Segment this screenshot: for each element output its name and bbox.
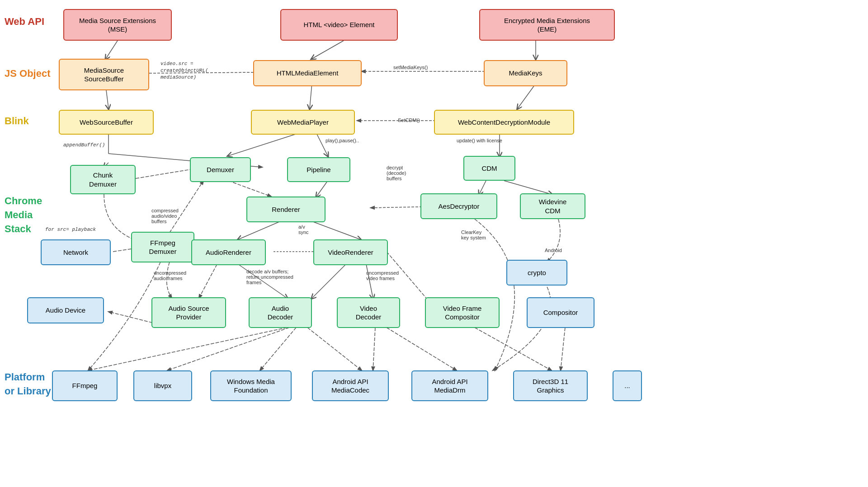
ann-media-source: mediaSource) — [160, 75, 196, 80]
ann-uncompressed-audio: uncompressedaudio frames — [154, 270, 186, 281]
box-compositor: Compositor — [527, 297, 594, 328]
box-windows-media-foundation: Windows MediaFoundation — [210, 370, 292, 401]
svg-line-29 — [366, 264, 373, 298]
box-mediasource-sourcebuffer: MediaSourceSourceBuffer — [59, 59, 149, 90]
box-android-mediacodec: Android APIMediaCodec — [312, 370, 389, 401]
label-web-api: Web API — [5, 16, 44, 28]
box-eme: Encrypted Media Extensions(EME) — [479, 9, 615, 41]
svg-line-37 — [387, 328, 457, 370]
svg-line-25 — [170, 181, 203, 233]
ann-clearkey: ClearKeykey system — [461, 229, 486, 240]
svg-line-12 — [228, 133, 298, 156]
box-webcontentdecryptionmodule: WebContentDecryptionModule — [434, 110, 574, 135]
ann-decrypt: decrypt(decode)buffers — [387, 165, 406, 181]
svg-line-22 — [312, 221, 360, 239]
ann-video-src: video.src = — [160, 61, 193, 66]
svg-line-28 — [312, 264, 346, 298]
box-video-decoder: VideoDecoder — [337, 297, 400, 328]
box-chunk-demuxer: ChunkDemuxer — [70, 165, 136, 194]
label-js-object: JS Object — [5, 68, 50, 80]
ann-append-buffer: appendBuffer() — [63, 142, 105, 148]
svg-line-35 — [307, 328, 362, 370]
svg-line-21 — [238, 221, 280, 239]
box-direct3d: Direct3D 11Graphics — [513, 370, 588, 401]
svg-line-6 — [518, 84, 536, 108]
svg-line-17 — [504, 181, 552, 194]
box-cdm: CDM — [463, 156, 515, 181]
box-audio-renderer: AudioRenderer — [191, 239, 266, 265]
box-renderer: Renderer — [246, 197, 326, 222]
ann-for-src: for src= playback — [45, 227, 96, 232]
svg-line-7 — [106, 90, 108, 108]
box-audio-decoder: AudioDecoder — [249, 297, 312, 328]
svg-line-39 — [561, 328, 565, 370]
svg-line-32 — [88, 328, 287, 370]
box-ffmpeg: FFmpeg — [52, 370, 118, 401]
ann-set-cdm: SetCDM() — [398, 117, 420, 123]
svg-line-14 — [316, 181, 328, 197]
svg-line-5 — [310, 84, 312, 108]
box-video-frame-compositor: Video FrameCompositor — [425, 297, 500, 328]
box-network: Network — [41, 239, 111, 265]
svg-line-34 — [260, 328, 296, 370]
ann-set-media-keys: setMediaKeys() — [393, 65, 428, 70]
box-dots: ... — [613, 370, 642, 401]
diagram-container: Web API JS Object Blink ChromeMediaStack… — [0, 0, 868, 487]
svg-line-1 — [312, 41, 344, 59]
box-websourcebuffer: WebSourceBuffer — [59, 110, 154, 135]
svg-line-38 — [475, 328, 552, 370]
label-chrome-media-stack: ChromeMediaStack — [5, 194, 42, 236]
box-pipeline: Pipeline — [287, 157, 350, 182]
ann-android: Android — [545, 248, 562, 253]
box-mediakeys: MediaKeys — [484, 60, 567, 86]
svg-line-0 — [106, 41, 118, 59]
svg-line-36 — [373, 328, 375, 370]
box-android-mediadrm: Android APIMediaDrm — [411, 370, 488, 401]
box-mse: Media Source Extensions(MSE) — [63, 9, 172, 41]
box-aesdecryptor: AesDecryptor — [420, 193, 497, 219]
svg-line-20 — [136, 168, 199, 178]
box-demuxer: Demuxer — [190, 157, 251, 182]
box-htmlmediaelement: HTMLMediaElement — [253, 60, 362, 86]
svg-line-13 — [316, 133, 328, 156]
box-libvpx: libvpx — [133, 370, 192, 401]
box-ffmpeg-demuxer: FFmpegDemuxer — [131, 232, 194, 262]
svg-line-15 — [228, 181, 271, 197]
ann-av-sync: a/vsync — [298, 224, 309, 235]
ann-decode-av: decode a/v buffers;return uncompressedfr… — [246, 269, 293, 285]
box-crypto: crypto — [506, 260, 567, 286]
box-video-renderer: VideoRenderer — [313, 239, 388, 265]
box-html-video: HTML <video> Element — [280, 9, 398, 41]
svg-line-26 — [199, 264, 217, 298]
box-webmediaplayer: WebMediaPlayer — [251, 110, 355, 135]
box-widevine-cdm: WidevineCDM — [520, 193, 585, 219]
ann-uncompressed-video: uncompressedvideo frames — [366, 270, 399, 281]
svg-line-33 — [167, 328, 289, 370]
box-audio-source-provider: Audio SourceProvider — [151, 297, 226, 328]
ann-play-pause: play(),pause().. — [326, 138, 359, 143]
label-blink: Blink — [5, 115, 29, 127]
ann-update-license: update() with license — [457, 138, 502, 143]
ann-create-object: createObjectURL( — [160, 68, 208, 73]
label-platform: Platformor Library — [5, 370, 51, 398]
svg-line-16 — [479, 181, 486, 194]
box-audio-device: Audio Device — [27, 297, 104, 323]
ann-compressed: compressedaudio/videobuffers — [151, 208, 179, 224]
